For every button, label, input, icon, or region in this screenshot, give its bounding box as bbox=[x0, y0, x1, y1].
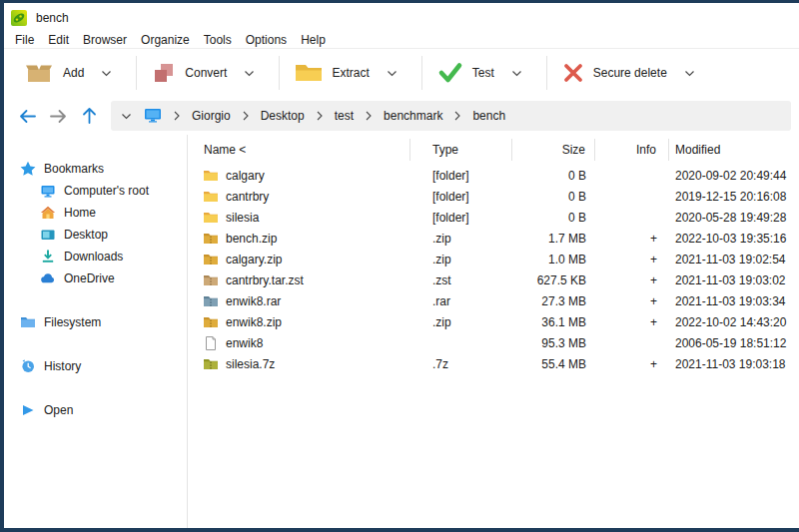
file-size: 55.4 MB bbox=[512, 357, 595, 371]
file-type: .zip bbox=[410, 253, 512, 266]
home-icon bbox=[40, 205, 56, 221]
sidebar-item-label: Computer's root bbox=[64, 184, 149, 198]
file-type: .7z bbox=[410, 357, 512, 371]
file-row-silesia-7z[interactable]: silesia.7z.7z55.4 MB+2021-11-03 19:03:18 bbox=[188, 353, 799, 374]
sidebar-item-open[interactable]: Open bbox=[4, 399, 187, 421]
file-type: .rar bbox=[410, 294, 512, 308]
menu-item-file[interactable]: File bbox=[8, 33, 41, 47]
column-header-name[interactable]: Name < bbox=[188, 139, 410, 161]
file-modified: 2021-11-03 19:03:18 bbox=[669, 357, 799, 371]
toolbar-separator bbox=[546, 56, 547, 90]
window-title: bench bbox=[36, 11, 69, 25]
cloud-icon bbox=[40, 270, 56, 286]
file-row-bench-zip[interactable]: bench.zip.zip1.7 MB+2022-10-03 19:35:16 bbox=[188, 228, 799, 249]
folder-icon bbox=[203, 210, 219, 226]
star-icon bbox=[20, 161, 36, 177]
file-name: bench.zip bbox=[226, 232, 277, 246]
breadcrumb-item-giorgio[interactable]: Giorgio bbox=[190, 109, 233, 123]
sidebar-item-bookmarks[interactable]: Bookmarks bbox=[4, 158, 187, 180]
breadcrumb-item-benchmark[interactable]: benchmark bbox=[382, 109, 444, 123]
file-info: + bbox=[595, 315, 669, 329]
file-type: .zip bbox=[410, 232, 512, 246]
monitor-icon bbox=[40, 183, 56, 199]
breadcrumb-item-bench[interactable]: bench bbox=[470, 109, 507, 123]
chevron-down-icon bbox=[244, 70, 255, 77]
file-name: enwik8.zip bbox=[226, 315, 282, 329]
test-button[interactable]: Test bbox=[425, 53, 543, 93]
address-bar[interactable]: GiorgioDesktoptestbenchmarkbench bbox=[111, 101, 791, 131]
file-info: + bbox=[595, 273, 669, 287]
file-row-calgary[interactable]: calgary[folder]0 B2020-09-02 20:49:44 bbox=[188, 165, 799, 186]
download-icon bbox=[40, 249, 56, 265]
sidebar-item-onedrive[interactable]: OneDrive bbox=[4, 267, 187, 289]
file-row-silesia[interactable]: silesia[folder]0 B2020-05-28 19:49:28 bbox=[188, 207, 799, 228]
file-modified: 2022-10-02 14:43:20 bbox=[669, 315, 799, 329]
file-name: enwik8.rar bbox=[226, 294, 281, 308]
file-name: cantrbry.tar.zst bbox=[226, 273, 304, 287]
secure-delete-label: Secure delete bbox=[593, 66, 667, 80]
breadcrumb-chevron-icon bbox=[454, 111, 460, 121]
breadcrumb-chevron-icon bbox=[174, 111, 180, 121]
file-type: .zst bbox=[410, 273, 512, 287]
up-button[interactable] bbox=[76, 103, 102, 129]
file-info: + bbox=[595, 232, 669, 246]
column-header-type[interactable]: Type bbox=[410, 139, 512, 161]
breadcrumb-chevron-icon bbox=[317, 111, 323, 121]
add-button[interactable]: Add bbox=[12, 53, 133, 93]
convert-icon bbox=[152, 61, 176, 85]
convert-label: Convert bbox=[185, 66, 227, 80]
file-row-enwik8-rar[interactable]: enwik8.rar.rar27.3 MB+2021-11-03 19:03:3… bbox=[188, 290, 799, 311]
extract-label: Extract bbox=[332, 66, 369, 80]
menu-item-edit[interactable]: Edit bbox=[41, 33, 76, 47]
back-arrow-icon bbox=[21, 111, 35, 122]
file-size: 627.5 KB bbox=[512, 273, 595, 287]
file-row-cantrbry-tar-zst[interactable]: cantrbry.tar.zst.zst627.5 KB+2021-11-03 … bbox=[188, 269, 799, 290]
sidebar: BookmarksComputer's rootHomeDesktopDownl… bbox=[4, 135, 188, 528]
file-row-enwik8-zip[interactable]: enwik8.zip.zip36.1 MB+2022-10-02 14:43:2… bbox=[188, 311, 799, 332]
file-modified: 2020-05-28 19:49:28 bbox=[669, 211, 799, 225]
sidebar-item-history[interactable]: History bbox=[4, 355, 187, 377]
breadcrumb-item-desktop[interactable]: Desktop bbox=[259, 109, 307, 123]
menu-item-help[interactable]: Help bbox=[294, 33, 333, 47]
column-header-size[interactable]: Size bbox=[512, 139, 595, 161]
table-header: Name <TypeSizeInfoModified bbox=[188, 135, 799, 165]
chevron-down-icon bbox=[101, 70, 112, 77]
forward-button[interactable] bbox=[45, 103, 71, 129]
file-type: [folder] bbox=[410, 211, 512, 225]
sidebar-item-downloads[interactable]: Downloads bbox=[4, 246, 187, 267]
file-size: 0 B bbox=[512, 169, 595, 183]
file-row-cantrbry[interactable]: cantrbry[folder]0 B2019-12-15 20:16:08 bbox=[188, 186, 799, 207]
rar-archive-icon bbox=[203, 293, 219, 309]
menu-item-tools[interactable]: Tools bbox=[197, 33, 239, 47]
breadcrumb-item-test[interactable]: test bbox=[333, 109, 356, 123]
sidebar-item-label: Open bbox=[44, 403, 73, 417]
history-icon bbox=[20, 358, 36, 374]
menu-item-options[interactable]: Options bbox=[239, 33, 294, 47]
sidebar-item-filesystem[interactable]: Filesystem bbox=[4, 311, 187, 333]
back-button[interactable] bbox=[14, 103, 40, 129]
sidebar-item-computer-s-root[interactable]: Computer's root bbox=[4, 180, 187, 202]
test-check-icon bbox=[437, 62, 463, 84]
column-header-modified[interactable]: Modified bbox=[669, 139, 799, 161]
convert-button[interactable]: Convert bbox=[140, 53, 276, 93]
sidebar-item-home[interactable]: Home bbox=[4, 202, 187, 224]
file-name: silesia.7z bbox=[226, 357, 275, 371]
sidebar-item-label: History bbox=[44, 359, 81, 373]
menu-item-organize[interactable]: Organize bbox=[134, 33, 197, 47]
extract-button[interactable]: Extract bbox=[283, 53, 417, 93]
zip-archive-icon bbox=[203, 252, 219, 267]
file-type: [folder] bbox=[410, 190, 512, 204]
file-modified: 2021-11-03 19:03:02 bbox=[669, 273, 799, 287]
sidebar-item-label: Home bbox=[64, 206, 96, 220]
sidebar-item-desktop[interactable]: Desktop bbox=[4, 224, 187, 246]
menu-item-browser[interactable]: Browser bbox=[76, 33, 134, 47]
play-icon bbox=[20, 402, 36, 418]
file-row-calgary-zip[interactable]: calgary.zip.zip1.0 MB+2021-11-03 19:02:5… bbox=[188, 249, 799, 269]
file-browser: Name <TypeSizeInfoModified calgary[folde… bbox=[188, 135, 799, 528]
toolbar-separator bbox=[421, 56, 422, 90]
secure-delete-button[interactable]: Secure delete bbox=[550, 53, 716, 93]
toolbar-separator bbox=[279, 56, 280, 90]
column-header-info[interactable]: Info bbox=[595, 139, 669, 161]
file-row-enwik8[interactable]: enwik895.3 MB2006-05-19 18:51:12 bbox=[188, 332, 799, 353]
add-box-icon bbox=[24, 62, 54, 84]
